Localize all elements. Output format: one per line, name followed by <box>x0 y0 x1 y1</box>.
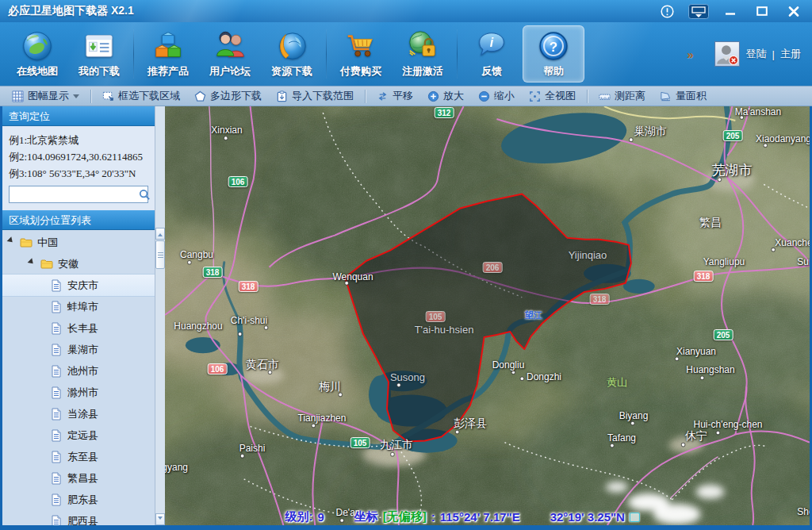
tree-item-changfeng[interactable]: 长丰县 <box>2 317 155 339</box>
toolbar-item-label: 用户论坛 <box>209 64 251 79</box>
search-panel-body: 例1:北京紫禁城 例2:104.09691724,30.62114865 例3:… <box>2 126 155 210</box>
tree-item-chizhou[interactable]: 池州市 <box>2 360 155 382</box>
city-dot <box>764 144 768 148</box>
search-input[interactable] <box>10 187 139 202</box>
tree-item-feixi[interactable]: 肥西县 <box>2 510 155 525</box>
map-toolbar-separator <box>587 90 588 103</box>
coordinate-picker-icon[interactable] <box>630 513 640 522</box>
svg-text:?: ? <box>550 39 558 55</box>
zoom-out-icon <box>478 90 490 102</box>
grid-icon <box>12 90 24 102</box>
city-dot <box>188 260 192 264</box>
toolbar-item-help[interactable]: ?帮助 <box>523 25 584 83</box>
downloads-icon <box>82 29 116 63</box>
toolbar-item-user-forum[interactable]: 用户论坛 <box>199 25 261 83</box>
expand-arrow-icon[interactable] <box>7 236 17 247</box>
tree-item-feidong[interactable]: 肥东县 <box>2 489 155 510</box>
tree-item-dingyuan[interactable]: 定远县 <box>2 424 155 446</box>
info-icon[interactable] <box>657 4 677 18</box>
tree-item-anqing[interactable]: 安庆市 <box>2 275 155 296</box>
cubes-icon <box>151 29 185 63</box>
scrollbar-track[interactable] <box>155 269 165 513</box>
map-tool-import-range[interactable]: 导入下载范围 <box>269 87 361 105</box>
latitude-value: 32°19' 3.25"N <box>550 510 625 524</box>
user-avatar[interactable] <box>714 41 740 67</box>
city-dot <box>345 282 349 286</box>
search-example-1: 例1:北京紫禁城 <box>9 132 148 148</box>
login-link[interactable]: 登陆 <box>746 47 767 61</box>
sidebar-scrollbar[interactable] <box>155 106 165 525</box>
toolbar-item-feedback[interactable]: i反馈 <box>461 25 523 83</box>
register-link[interactable]: 主册 <box>780 47 801 61</box>
tree-item-dongzhi[interactable]: 东至县 <box>2 446 155 467</box>
search-icon[interactable] <box>139 186 151 202</box>
city-dot <box>681 443 685 447</box>
zoom-in-icon <box>427 90 439 102</box>
map-tool-map-display[interactable]: 图幅显示 <box>5 87 86 105</box>
svg-text:i: i <box>490 35 494 49</box>
map-viewport[interactable]: XinxianCangbuWenquanCh'i-shuiHuangzhou黄石… <box>165 106 810 525</box>
toolbar-item-register-activate[interactable]: 注册激活 <box>392 25 454 83</box>
city-dot <box>630 138 634 142</box>
tree-item-chuzhou[interactable]: 滁州市 <box>2 382 155 403</box>
map-tool-full-view[interactable]: 全视图 <box>522 87 583 105</box>
titlebar: 必应卫星地图下载器 X2.1 <box>0 0 812 22</box>
tree-item-label: 池州市 <box>67 364 98 378</box>
minimize-button[interactable] <box>720 4 741 18</box>
map-tool-zoom-in[interactable]: 放大 <box>420 87 471 105</box>
tree-item-label: 长丰县 <box>67 321 98 336</box>
toolbar-separator <box>326 29 327 79</box>
city-dot <box>700 376 704 380</box>
city-dot <box>675 357 679 361</box>
map-tool-measure-distance[interactable]: 测距离 <box>592 87 653 105</box>
scrollbar-thumb[interactable] <box>155 240 165 269</box>
chevron-down-icon[interactable] <box>73 94 79 102</box>
close-button[interactable] <box>783 4 804 18</box>
measure-distance-icon <box>599 90 611 102</box>
tree-item-label: 当涂县 <box>67 407 98 421</box>
search-example-3: 例3:108° 56'33"E,34° 20'33"N <box>9 165 148 182</box>
toolbar-item-resource-download[interactable]: 资源下载 <box>261 25 323 83</box>
toolbar-overflow-chevron[interactable]: » <box>687 48 693 61</box>
tree-item-bengbu[interactable]: 蚌埠市 <box>2 296 155 317</box>
tree-item-label: 安庆市 <box>67 278 98 293</box>
city-dot <box>520 377 524 381</box>
login-register-divider: | <box>772 48 775 60</box>
map-tool-label: 导入下载范围 <box>292 89 354 103</box>
city-dot <box>455 430 459 434</box>
doc-icon <box>50 301 63 313</box>
toolbar-item-my-downloads[interactable]: 我的下载 <box>68 25 130 83</box>
map-tool-label: 平移 <box>393 89 413 103</box>
toolbar-item-online-map[interactable]: 在线地图 <box>6 25 68 83</box>
city-dot <box>716 431 720 435</box>
scroll-down-icon[interactable] <box>155 513 165 525</box>
map-tool-zoom-out[interactable]: 缩小 <box>471 87 522 105</box>
map-tool-label: 量面积 <box>676 89 707 103</box>
satellite-map-canvas <box>165 106 810 525</box>
toolbar-item-label: 付费购买 <box>340 64 381 79</box>
map-tool-box-select-download[interactable]: 框选下载区域 <box>95 87 187 105</box>
tree-item-china[interactable]: 中国 <box>2 232 155 253</box>
toolbar-item-label: 反馈 <box>481 64 502 79</box>
region-tree: 中国安徽安庆市蚌埠市长丰县巢湖市池州市滁州市当涂县定远县东至县繁昌县肥东县肥西县 <box>2 230 155 525</box>
scroll-up-icon[interactable] <box>155 228 165 240</box>
map-tool-pan[interactable]: 平移 <box>370 87 420 105</box>
app-window: 必应卫星地图下载器 X2.1 在线地图我的下载推荐产品用户论坛资源下载付费购买注… <box>0 0 812 530</box>
maximize-button[interactable] <box>752 4 772 18</box>
resource-globe-icon <box>275 29 308 63</box>
tree-item-dangtu[interactable]: 当涂县 <box>2 403 155 424</box>
toolbar-item-paid-purchase[interactable]: 付费购买 <box>330 25 392 83</box>
city-dot <box>224 136 228 140</box>
tree-item-fanchang[interactable]: 繁昌县 <box>2 467 155 489</box>
city-dot <box>391 452 395 456</box>
toolbar-item-recommended-products[interactable]: 推荐产品 <box>137 25 199 83</box>
city-dot <box>264 326 268 330</box>
pan-icon <box>377 90 389 102</box>
map-tool-measure-area[interactable]: 量面积 <box>653 87 714 105</box>
map-tool-label: 测距离 <box>615 89 645 103</box>
expand-arrow-icon[interactable] <box>28 258 38 268</box>
skin-dropdown-button[interactable] <box>688 4 709 18</box>
map-tool-polygon-download[interactable]: 多边形下载 <box>187 87 269 105</box>
tree-item-chaohu[interactable]: 巢湖市 <box>2 339 155 360</box>
tree-item-anhui[interactable]: 安徽 <box>2 253 155 275</box>
